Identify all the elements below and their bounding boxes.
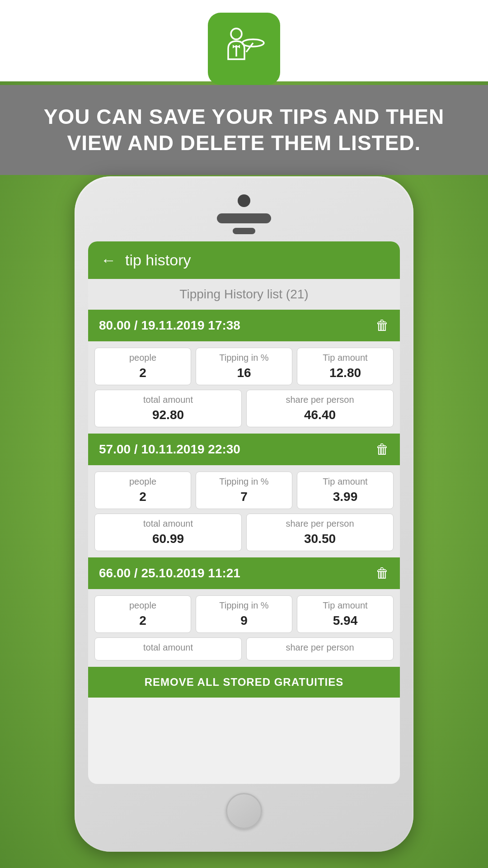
- entry-1-share-label: share per person: [253, 395, 387, 405]
- entry-3-tipping-cell: Tipping in % 9: [196, 595, 292, 633]
- entry-1-delete-button[interactable]: 🗑: [375, 318, 389, 333]
- svg-point-4: [235, 45, 238, 48]
- entry-3-total-label: total amount: [101, 642, 235, 653]
- screen-title: tip history: [125, 251, 191, 269]
- entry-2-header: 57.00 / 10.11.2019 22:30 🗑: [88, 434, 400, 465]
- entry-2-delete-button[interactable]: 🗑: [375, 442, 389, 457]
- entry-2-share-value: 30.50: [253, 532, 387, 546]
- svg-line-3: [246, 43, 253, 52]
- entry-1-tipping-cell: Tipping in % 16: [196, 348, 292, 385]
- history-entry-1: 80.00 / 19.11.2019 17:38 🗑 people 2 Tipp…: [88, 310, 400, 434]
- entry-1-header: 80.00 / 19.11.2019 17:38 🗑: [88, 310, 400, 341]
- entry-2-share-cell: share per person 30.50: [246, 514, 394, 551]
- entry-3-people-label: people: [101, 600, 184, 611]
- phone-home-button[interactable]: [226, 793, 262, 829]
- history-subheader: Tipping History list (21): [88, 279, 400, 310]
- entry-1-people-cell: people 2: [94, 348, 191, 385]
- entry-3-date: 66.00 / 25.10.2019 11:21: [99, 566, 240, 580]
- phone-camera: [238, 194, 250, 207]
- history-entry-3: 66.00 / 25.10.2019 11:21 🗑 people 2 Tipp…: [88, 557, 400, 667]
- entry-2-total-cell: total amount 60.99: [94, 514, 242, 551]
- entry-2-tipping-cell: Tipping in % 7: [196, 472, 292, 509]
- entry-3-share-cell: share per person: [246, 637, 394, 660]
- entry-1-people-label: people: [101, 353, 184, 363]
- back-button[interactable]: ←: [101, 251, 116, 269]
- entry-2-tipamount-label: Tip amount: [304, 476, 387, 487]
- entry-1-share-value: 46.40: [253, 408, 387, 422]
- entry-3-people-cell: people 2: [94, 595, 191, 633]
- remove-all-button[interactable]: REMOVE ALL STORED GRATUITIES: [88, 667, 400, 698]
- entry-2-grid: people 2 Tipping in % 7 Tip amount 3.99: [88, 465, 400, 557]
- phone-bottom-hardware: [88, 793, 400, 829]
- phone-top-hardware: [88, 194, 400, 234]
- app-header: ← tip history: [88, 241, 400, 279]
- entry-2-tipping-value: 7: [202, 490, 286, 504]
- entry-3-tipamount-value: 5.94: [304, 613, 387, 628]
- entry-3-delete-button[interactable]: 🗑: [375, 566, 389, 581]
- entry-3-tipamount-label: Tip amount: [304, 600, 387, 611]
- entry-1-tipamount-label: Tip amount: [304, 353, 387, 363]
- phone-sensor: [233, 228, 255, 234]
- entry-1-total-cell: total amount 92.80: [94, 390, 242, 427]
- entry-3-tipping-label: Tipping in %: [202, 600, 286, 611]
- app-icon: [208, 13, 280, 85]
- entry-3-tipping-value: 9: [202, 613, 286, 628]
- entry-2-tipamount-value: 3.99: [304, 490, 387, 504]
- entry-2-people-label: people: [101, 476, 184, 487]
- entry-3-row-1: people 2 Tipping in % 9 Tip amount 5.94: [94, 595, 394, 633]
- entry-3-total-cell: total amount: [94, 637, 242, 660]
- entry-1-share-cell: share per person 46.40: [246, 390, 394, 427]
- entry-2-total-label: total amount: [101, 519, 235, 529]
- entry-2-date: 57.00 / 10.11.2019 22:30: [99, 442, 240, 457]
- entry-1-date: 80.00 / 19.11.2019 17:38: [99, 318, 240, 333]
- phone-screen: ← tip history Tipping History list (21) …: [88, 241, 400, 784]
- phone-speaker: [217, 213, 271, 223]
- entry-3-header: 66.00 / 25.10.2019 11:21 🗑: [88, 557, 400, 589]
- info-banner: YOU CAN SAVE YOUR TIPS AND THEN VIEW AND…: [0, 85, 488, 175]
- entry-1-tipamount-value: 12.80: [304, 366, 387, 380]
- phone-shell: ← tip history Tipping History list (21) …: [75, 176, 413, 852]
- entry-1-row-2: total amount 92.80 share per person 46.4…: [94, 390, 394, 427]
- entry-2-row-1: people 2 Tipping in % 7 Tip amount 3.99: [94, 472, 394, 509]
- entry-2-people-value: 2: [101, 490, 184, 504]
- entry-1-tipping-value: 16: [202, 366, 286, 380]
- banner-text: YOU CAN SAVE YOUR TIPS AND THEN VIEW AND…: [27, 104, 461, 156]
- entry-1-people-value: 2: [101, 366, 184, 380]
- entry-2-share-label: share per person: [253, 519, 387, 529]
- entry-1-row-1: people 2 Tipping in % 16 Tip amount 12.8…: [94, 348, 394, 385]
- entry-2-tipping-label: Tipping in %: [202, 476, 286, 487]
- entry-3-grid: people 2 Tipping in % 9 Tip amount 5.94: [88, 589, 400, 667]
- history-entry-2: 57.00 / 10.11.2019 22:30 🗑 people 2 Tipp…: [88, 434, 400, 557]
- entry-3-share-label: share per person: [253, 642, 387, 653]
- entry-2-row-2: total amount 60.99 share per person 30.5…: [94, 514, 394, 551]
- entry-1-tipamount-cell: Tip amount 12.80: [297, 348, 394, 385]
- entry-2-people-cell: people 2: [94, 472, 191, 509]
- entry-3-tipamount-cell: Tip amount 5.94: [297, 595, 394, 633]
- svg-point-0: [231, 28, 242, 39]
- entry-3-people-value: 2: [101, 613, 184, 628]
- entry-3-row-2: total amount share per person: [94, 637, 394, 660]
- entry-1-grid: people 2 Tipping in % 16 Tip amount 12.8…: [88, 341, 400, 434]
- entry-1-total-label: total amount: [101, 395, 235, 405]
- entry-1-total-value: 92.80: [101, 408, 235, 422]
- entry-1-tipping-label: Tipping in %: [202, 353, 286, 363]
- entry-2-total-value: 60.99: [101, 532, 235, 546]
- phone-mockup: ← tip history Tipping History list (21) …: [75, 176, 413, 852]
- entry-2-tipamount-cell: Tip amount 3.99: [297, 472, 394, 509]
